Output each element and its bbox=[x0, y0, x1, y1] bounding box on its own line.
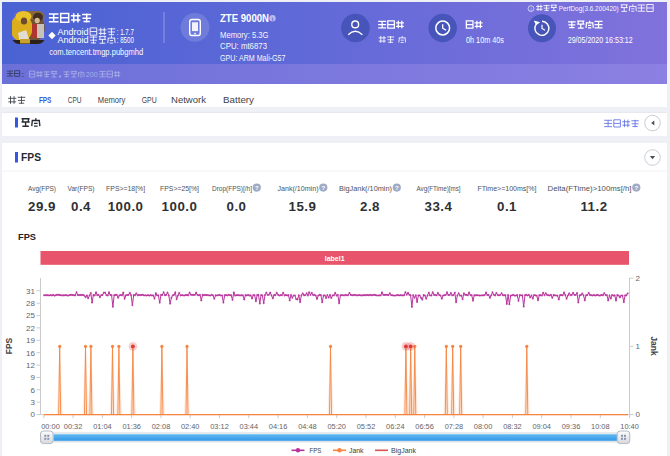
svg-text:16: 16 bbox=[26, 349, 35, 358]
svg-text:33.4: 33.4 bbox=[425, 199, 453, 214]
svg-text:05:20: 05:20 bbox=[327, 422, 346, 431]
svg-text:100.0: 100.0 bbox=[162, 199, 198, 214]
svg-text:Jank(/10min): Jank(/10min) bbox=[278, 184, 319, 193]
svg-text:10:40: 10:40 bbox=[620, 422, 639, 431]
svg-text:i: i bbox=[530, 7, 531, 12]
svg-text:03:12: 03:12 bbox=[210, 422, 229, 431]
svg-text:Network: Network bbox=[171, 95, 207, 105]
svg-text:Drop(FPS)[/h]: Drop(FPS)[/h] bbox=[212, 184, 252, 193]
svg-text:25: 25 bbox=[26, 311, 35, 320]
svg-text:07:28: 07:28 bbox=[445, 422, 464, 431]
svg-text:0.4: 0.4 bbox=[71, 199, 91, 214]
svg-text:9: 9 bbox=[31, 373, 36, 382]
svg-text:04:16: 04:16 bbox=[269, 422, 288, 431]
svg-text:label1: label1 bbox=[325, 255, 345, 262]
svg-text:FPS: FPS bbox=[18, 231, 36, 242]
svg-text:22: 22 bbox=[26, 324, 35, 333]
svg-text:BigJank(/10min): BigJank(/10min) bbox=[339, 184, 392, 193]
svg-text:03:44: 03:44 bbox=[240, 422, 259, 431]
svg-text:06:24: 06:24 bbox=[386, 422, 405, 431]
svg-text:Avg(FTime)[ms]: Avg(FTime)[ms] bbox=[417, 184, 461, 193]
svg-text:?: ? bbox=[634, 185, 638, 191]
svg-text:GPU: GPU bbox=[142, 95, 157, 105]
svg-text:FPS: FPS bbox=[21, 152, 41, 163]
svg-text:01:04: 01:04 bbox=[93, 422, 112, 431]
svg-text:GPU: ARM Mali-G57: GPU: ARM Mali-G57 bbox=[220, 53, 286, 63]
svg-text:FPS>=18[%]: FPS>=18[%] bbox=[106, 184, 145, 193]
svg-text:11.2: 11.2 bbox=[580, 199, 607, 214]
svg-text:15.9: 15.9 bbox=[289, 199, 317, 214]
svg-text:Memory: 5.3G: Memory: 5.3G bbox=[220, 30, 269, 40]
svg-text:2: 2 bbox=[636, 274, 641, 283]
svg-text:0: 0 bbox=[31, 410, 36, 419]
svg-text:29.9: 29.9 bbox=[28, 199, 56, 214]
svg-text:10:08: 10:08 bbox=[591, 422, 610, 431]
svg-text:1: 1 bbox=[636, 342, 641, 351]
svg-text:Android: Android bbox=[58, 35, 89, 45]
svg-text:CPU: CPU bbox=[68, 95, 82, 105]
svg-text:FPS: FPS bbox=[310, 446, 322, 455]
svg-text:FTime>=100ms[%]: FTime>=100ms[%] bbox=[478, 184, 537, 193]
svg-text:02:08: 02:08 bbox=[152, 422, 171, 431]
svg-text:200: 200 bbox=[86, 70, 98, 79]
svg-text:12: 12 bbox=[26, 361, 35, 370]
svg-text:01:36: 01:36 bbox=[122, 422, 141, 431]
svg-text:100.0: 100.0 bbox=[108, 199, 144, 214]
svg-text:04:48: 04:48 bbox=[298, 422, 317, 431]
svg-text:29/05/2020 16:53:12: 29/05/2020 16:53:12 bbox=[568, 35, 633, 45]
svg-text:Avg(FPS): Avg(FPS) bbox=[28, 184, 56, 193]
svg-text:CPU: mt6873: CPU: mt6873 bbox=[220, 41, 267, 51]
svg-text:00:00: 00:00 bbox=[41, 422, 60, 431]
svg-text:2.8: 2.8 bbox=[360, 199, 380, 214]
svg-text:31: 31 bbox=[26, 287, 35, 296]
svg-text:02:40: 02:40 bbox=[181, 422, 200, 431]
svg-text:FPS: FPS bbox=[4, 337, 14, 354]
svg-text:PerfDog(3.6.200420): PerfDog(3.6.200420) bbox=[559, 4, 619, 13]
svg-text:0: 0 bbox=[636, 410, 641, 419]
svg-text:09:04: 09:04 bbox=[532, 422, 551, 431]
svg-text::: : bbox=[22, 70, 25, 79]
svg-text:0h 10m 40s: 0h 10m 40s bbox=[466, 35, 504, 45]
svg-text:Battery: Battery bbox=[223, 95, 255, 105]
svg-text:FPS: FPS bbox=[39, 95, 52, 105]
svg-text:0.1: 0.1 bbox=[497, 199, 517, 214]
svg-text:Memory: Memory bbox=[98, 95, 126, 105]
svg-text:ZTE 9000N: ZTE 9000N bbox=[220, 12, 269, 24]
svg-text:com.tencent.tmgp.pubgmhd: com.tencent.tmgp.pubgmhd bbox=[49, 47, 143, 57]
svg-text:Var(FPS): Var(FPS) bbox=[68, 184, 95, 193]
svg-text:00:32: 00:32 bbox=[64, 422, 83, 431]
svg-text:09:36: 09:36 bbox=[562, 422, 581, 431]
svg-text:06:56: 06:56 bbox=[415, 422, 434, 431]
svg-text:: 8500: : 8500 bbox=[117, 35, 134, 45]
svg-text:28: 28 bbox=[26, 299, 35, 308]
svg-text:Delta(FTime)>100ms[/h]: Delta(FTime)>100ms[/h] bbox=[548, 184, 632, 193]
svg-text:?: ? bbox=[255, 185, 259, 191]
svg-text:Jank: Jank bbox=[349, 446, 364, 455]
svg-text:08:00: 08:00 bbox=[474, 422, 493, 431]
svg-text:08:32: 08:32 bbox=[503, 422, 522, 431]
svg-text:0.0: 0.0 bbox=[227, 199, 247, 214]
svg-text:BigJank: BigJank bbox=[391, 446, 417, 455]
svg-text:19: 19 bbox=[26, 336, 35, 345]
svg-text:Jank: Jank bbox=[649, 336, 659, 356]
svg-text:FPS>=25[%]: FPS>=25[%] bbox=[160, 184, 199, 193]
svg-text:6: 6 bbox=[31, 386, 36, 395]
svg-text:?: ? bbox=[395, 185, 399, 191]
svg-text:3: 3 bbox=[31, 398, 36, 407]
svg-text:?: ? bbox=[321, 185, 325, 191]
svg-text:05:52: 05:52 bbox=[357, 422, 376, 431]
